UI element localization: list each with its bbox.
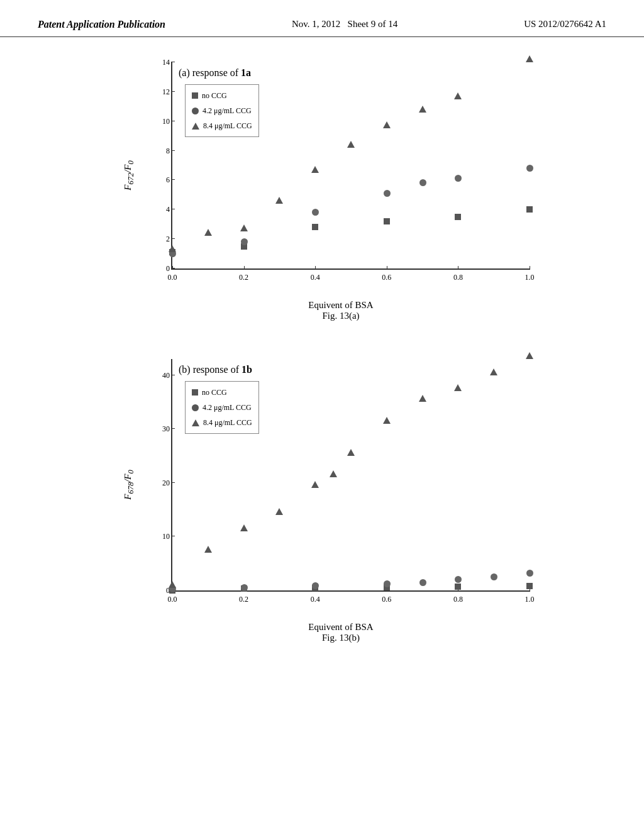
legend-item-noccg: no CCG xyxy=(192,88,252,103)
xtick-label-0.2: 0.2 xyxy=(239,273,248,282)
xtick-b-label-0.6: 0.6 xyxy=(382,595,391,604)
pt-4_2-2 xyxy=(241,238,248,245)
pt-b-8_4-10 xyxy=(454,384,462,391)
pt-b-8_4-4 xyxy=(275,508,283,515)
xtick-b-label-1.0: 1.0 xyxy=(525,595,535,604)
xtick-label-1.0: 1.0 xyxy=(525,273,535,282)
xtick-label-0.4: 0.4 xyxy=(311,273,320,282)
pt-8_4-8 xyxy=(419,106,426,113)
ytick-label-14: 14 xyxy=(157,58,170,67)
chart-b-container: F678/F0 (b) response of 1b no CCG xyxy=(102,353,542,643)
pt-8_4-1 xyxy=(169,245,176,252)
legend-ci-icon xyxy=(192,108,199,114)
legend-b-item-4_2: 4.2 μg/mL CCG xyxy=(192,400,252,415)
xtick-label-0.6: 0.6 xyxy=(382,273,391,282)
header-sheet: Sheet 9 of 14 xyxy=(348,19,398,29)
pt-4_2-6 xyxy=(455,175,462,182)
legend-sq-icon xyxy=(192,92,198,99)
ytick-b-label-30: 30 xyxy=(156,424,170,434)
pt-b-8_4-7 xyxy=(347,449,355,456)
pt-4_2-3 xyxy=(312,209,319,216)
chart-b: F678/F0 (b) response of 1b no CCG xyxy=(146,353,536,617)
legend-b-noccg-label: no CCG xyxy=(202,385,227,400)
legend-4_2-label: 4.2 μg/mL CCG xyxy=(203,103,252,118)
legend-noccg-label: no CCG xyxy=(202,88,227,103)
ytick-line-2 xyxy=(171,238,175,239)
chart-a-xlabel-text: Equivent of BSA xyxy=(308,300,373,311)
pt-noccg-3 xyxy=(312,224,318,230)
xtick-b-label-0.4: 0.4 xyxy=(311,595,320,604)
xtick-line-0.4 xyxy=(315,266,316,270)
chart-a-container: F672/F0 (a) response of 1a no CCG xyxy=(102,56,542,321)
xtick-line-0.0 xyxy=(172,266,173,270)
ytick-label-0: 0 xyxy=(157,264,170,274)
pt-b-8_4-12 xyxy=(526,352,533,359)
pt-8_4-3 xyxy=(240,224,248,231)
chart-a-legend: no CCG 4.2 μg/mL CCG 8.4 μg/mL CCG xyxy=(185,84,259,137)
pt-8_4-6 xyxy=(347,141,355,148)
page-header: Patent Application Publication Nov. 1, 2… xyxy=(0,0,644,37)
ytick-label-10: 10 xyxy=(157,116,170,126)
pt-8_4-2 xyxy=(204,229,212,236)
pt-b-4_2-8 xyxy=(526,570,533,577)
pt-8_4-9 xyxy=(454,92,462,99)
xtick-line-0.8 xyxy=(458,266,458,270)
chart-a-title: (a) response of 1a xyxy=(179,67,251,79)
ytick-line-0 xyxy=(171,268,175,268)
ytick-b-line-30 xyxy=(171,428,175,429)
chart-b-title: (b) response of 1b xyxy=(179,364,252,375)
pt-8_4-10 xyxy=(526,55,533,62)
ytick-label-8: 8 xyxy=(157,146,170,155)
pt-b-4_2-2 xyxy=(241,584,248,591)
legend-b-tr-icon xyxy=(192,419,199,426)
pt-noccg-5 xyxy=(455,214,461,220)
chart-b-figcaption: Fig. 13(b) xyxy=(308,633,373,643)
legend-b-8_4-label: 8.4 μg/mL CCG xyxy=(203,415,252,430)
ytick-b-line-40 xyxy=(171,375,175,375)
pt-noccg-6 xyxy=(526,206,533,213)
pt-b-8_4-5 xyxy=(311,481,319,488)
ytick-b-label-0: 0 xyxy=(157,586,170,595)
ytick-line-4 xyxy=(171,209,175,209)
ytick-line-12 xyxy=(171,91,175,92)
ytick-line-6 xyxy=(171,179,175,180)
pt-b-4_2-7 xyxy=(491,573,497,580)
pt-b-8_4-3 xyxy=(240,524,248,531)
pt-8_4-4 xyxy=(275,197,283,204)
ytick-b-line-10 xyxy=(171,536,175,536)
xtick-b-label-0.2: 0.2 xyxy=(239,595,248,604)
pt-b-noccg-6 xyxy=(526,583,533,589)
pt-b-4_2-4 xyxy=(384,580,391,587)
pt-b-8_4-6 xyxy=(330,470,337,477)
pt-b-8_4-8 xyxy=(383,417,391,424)
xtick-label-0.0: 0.0 xyxy=(168,273,177,282)
pt-b-8_4-2 xyxy=(204,546,212,553)
ytick-line-14 xyxy=(171,62,175,62)
ytick-label-12: 12 xyxy=(157,87,170,96)
pt-b-8_4-11 xyxy=(490,368,497,375)
xtick-line-1.0 xyxy=(530,266,530,270)
ytick-line-10 xyxy=(171,121,175,121)
chart-a: F672/F0 (a) response of 1a no CCG xyxy=(146,56,536,295)
ytick-b-label-20: 20 xyxy=(156,478,170,487)
chart-b-y-label: F678/F0 xyxy=(123,470,136,500)
pt-b-8_4-1 xyxy=(169,581,176,588)
pt-8_4-5 xyxy=(311,166,319,173)
pt-b-4_2-5 xyxy=(419,579,426,586)
chart-b-plot: (b) response of 1b no CCG 4.2 μg/mL CCG … xyxy=(171,359,530,592)
chart-a-figcaption: Fig. 13(a) xyxy=(308,311,373,321)
pt-b-4_2-6 xyxy=(455,576,462,583)
page-content: F672/F0 (a) response of 1a no CCG xyxy=(0,43,644,656)
legend-8_4-label: 8.4 μg/mL CCG xyxy=(203,118,252,133)
legend-b-item-noccg: no CCG xyxy=(192,385,252,400)
legend-item-4_2: 4.2 μg/mL CCG xyxy=(192,103,252,118)
header-right: US 2012/0276642 A1 xyxy=(524,19,606,30)
pt-4_2-7 xyxy=(526,165,533,172)
pt-4_2-5 xyxy=(419,179,426,186)
ytick-label-4: 4 xyxy=(157,205,170,214)
xtick-b-label-0.8: 0.8 xyxy=(453,595,463,604)
xtick-b-label-0.0: 0.0 xyxy=(168,595,177,604)
legend-b-ci-icon xyxy=(192,404,199,411)
pt-8_4-7 xyxy=(383,121,391,128)
pt-4_2-4 xyxy=(384,190,391,197)
